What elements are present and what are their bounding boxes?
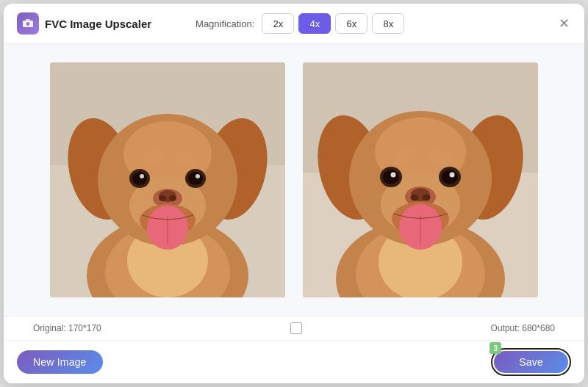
mag-6x-button[interactable]: 6x (335, 13, 368, 34)
output-size-label: Output: 680*680 (491, 323, 555, 333)
original-image-panel (50, 62, 285, 297)
save-button-wrapper: Save (491, 348, 571, 376)
mag-2x-button[interactable]: 2x (262, 13, 294, 34)
mag-8x-button[interactable]: 8x (372, 13, 404, 34)
content-area (4, 44, 584, 316)
app-title: FVC Image Upscaler (45, 18, 151, 30)
footer: New Image 3 Save (4, 341, 584, 383)
upscaled-dog-image (303, 62, 538, 297)
svg-point-41 (423, 195, 431, 201)
svg-point-19 (140, 174, 144, 178)
save-badge: 3 (490, 342, 501, 354)
svg-point-43 (383, 170, 399, 184)
svg-point-22 (196, 174, 200, 178)
mag-buttons-group: 2x 4x 6x 8x (262, 13, 404, 34)
original-dog-image (50, 62, 285, 297)
svg-point-16 (169, 195, 176, 201)
close-button[interactable]: ✕ (555, 15, 573, 32)
svg-rect-2 (26, 19, 30, 21)
save-area: 3 Save (491, 348, 571, 376)
save-button[interactable]: Save (494, 351, 568, 373)
upscaled-image-panel (303, 62, 538, 297)
header: FVC Image Upscaler Magnification: 2x 4x … (4, 4, 584, 44)
svg-point-40 (411, 195, 419, 201)
svg-point-46 (442, 170, 458, 184)
logo-area: FVC Image Upscaler (17, 12, 151, 35)
svg-point-21 (188, 172, 203, 185)
svg-point-1 (26, 22, 30, 26)
svg-point-47 (450, 173, 455, 178)
magnification-area: Magnification: 2x 4x 6x 8x (196, 13, 404, 34)
magnification-label: Magnification: (196, 18, 254, 29)
app-window: FVC Image Upscaler Magnification: 2x 4x … (4, 4, 584, 383)
compare-icon[interactable] (290, 322, 302, 334)
mag-4x-button[interactable]: 4x (298, 13, 331, 34)
new-image-button[interactable]: New Image (17, 350, 103, 374)
svg-point-15 (159, 195, 166, 201)
info-bar: Original: 170*170 Output: 680*680 (4, 316, 584, 341)
svg-point-44 (391, 173, 396, 178)
original-size-label: Original: 170*170 (33, 323, 101, 333)
svg-point-18 (132, 172, 147, 185)
app-logo-icon (17, 12, 39, 35)
